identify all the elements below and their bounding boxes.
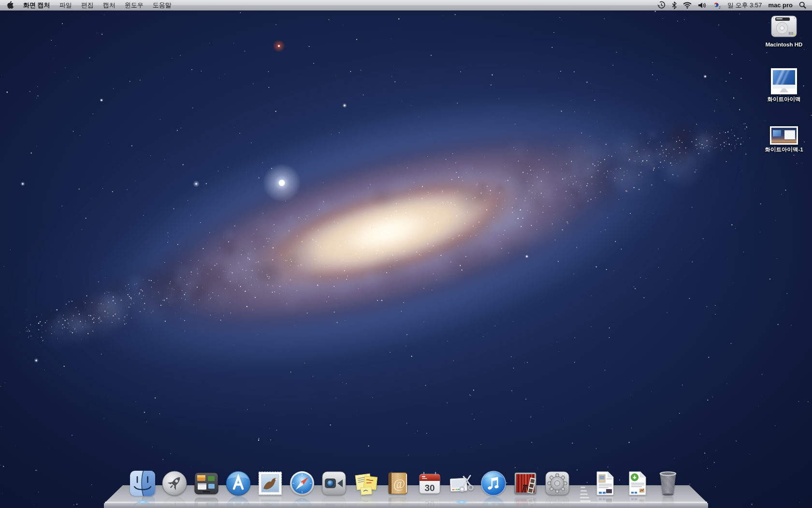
time-machine-icon[interactable] (657, 1, 666, 9)
dock-item-mission-control[interactable] (194, 471, 219, 496)
volume-icon[interactable] (698, 2, 706, 9)
facetime-icon (321, 471, 347, 496)
menu-bar: 화면 캡처 파일편집캡처윈도우도움말 2 일 오후 3:57 mac pro (0, 0, 812, 11)
dock-item-trash[interactable] (657, 471, 682, 496)
wifi-icon[interactable] (683, 2, 692, 9)
desktop-icon-label: Macintosh HD (755, 42, 812, 48)
dock-reflection (321, 496, 347, 508)
itunes-icon (481, 471, 506, 496)
finder-icon (130, 471, 155, 496)
dock-item-system-preferences[interactable] (545, 471, 570, 496)
menu-item-4[interactable]: 윈도우 (125, 1, 144, 10)
dock: @ @ 30 30 (101, 467, 711, 508)
desktop-icon-white-imac-1[interactable]: 화이트아이맥-1 (755, 126, 812, 153)
running-indicator-grab (455, 500, 468, 504)
photo-booth-icon (513, 471, 538, 496)
dock-item-grab[interactable] (449, 471, 474, 496)
svg-text:30: 30 (424, 483, 435, 493)
dock-reflection (627, 496, 652, 508)
svg-text:2: 2 (719, 6, 721, 9)
system-preferences-icon (545, 471, 570, 496)
dock-item-launchpad[interactable] (162, 471, 187, 496)
stickies-icon (353, 471, 378, 496)
dock-reflection (545, 496, 570, 508)
address-book-icon: @ (385, 471, 410, 496)
dock-item-mail[interactable] (258, 471, 283, 496)
dock-item-address-book[interactable]: @ @ (385, 471, 410, 496)
menu-item-1[interactable]: 파일 (59, 1, 72, 10)
starfield (0, 0, 812, 508)
document-2-icon (627, 471, 652, 496)
menubar-user[interactable]: mac pro (768, 1, 793, 9)
dock-reflection (162, 496, 187, 508)
dock-reflection (194, 496, 219, 508)
dock-reflection (258, 496, 283, 508)
menu-item-5[interactable]: 도움말 (153, 1, 172, 10)
svg-text:30: 30 (424, 499, 435, 508)
dock-reflection: @ (385, 496, 410, 508)
safari-icon (290, 471, 315, 496)
document-1-icon (594, 471, 620, 496)
menu-item-2[interactable]: 편집 (81, 1, 94, 10)
apple-menu-icon[interactable] (7, 1, 14, 9)
dock-item-itunes[interactable] (481, 471, 506, 496)
dock-item-safari[interactable] (290, 471, 315, 496)
desktop-icon-label: 화이트아이맥 (755, 96, 812, 103)
svg-text:@: @ (393, 477, 406, 491)
grab-icon (449, 471, 474, 496)
desktop-icon-macintosh-hd[interactable]: Macintosh HD (755, 13, 812, 48)
dock-reflection (513, 496, 538, 508)
running-indicator-finder (136, 500, 149, 504)
white-imac-1-icon (755, 126, 812, 145)
dock-item-ical[interactable]: 30 30 (417, 471, 442, 496)
dock-item-app-store[interactable] (226, 471, 251, 496)
dock-item-finder[interactable] (130, 471, 155, 496)
input-korean-icon[interactable]: 2 (712, 1, 721, 9)
svg-text:@: @ (393, 501, 406, 508)
dock-reflection (353, 496, 378, 508)
dock-reflection: 30 (417, 496, 442, 508)
bluetooth-icon[interactable] (672, 1, 677, 9)
dock-item-facetime[interactable] (321, 471, 347, 496)
dock-reflection (226, 496, 251, 508)
app-store-icon (226, 471, 251, 496)
menubar-clock[interactable]: 일 오후 3:57 (727, 1, 762, 10)
dock-reflection (290, 496, 315, 508)
dock-reflection (481, 496, 506, 508)
dock-reflection (594, 496, 620, 508)
macintosh-hd-icon (755, 13, 812, 40)
ical-icon: 30 (417, 471, 442, 496)
desktop-icon-white-imac[interactable]: 화이트아이맥 (755, 68, 812, 103)
dock-separator (576, 485, 590, 502)
mail-icon (258, 471, 283, 496)
desktop-screen: Macintosh HD 화이트아이맥 화이트아이맥-1 화면 캡처 파일편집캡… (0, 0, 812, 508)
trash-icon (657, 471, 682, 496)
mission-control-icon (194, 471, 219, 496)
dock-item-document-2[interactable] (627, 471, 652, 496)
launchpad-icon (162, 471, 187, 496)
desktop-icon-label: 화이트아이맥-1 (755, 147, 812, 153)
dock-reflection (657, 496, 682, 508)
dock-item-photo-booth[interactable] (513, 471, 538, 496)
dock-item-stickies[interactable] (353, 471, 378, 496)
menu-item-3[interactable]: 캡처 (103, 1, 116, 10)
white-imac-icon (755, 68, 812, 94)
spotlight-icon[interactable] (799, 1, 806, 9)
dock-item-document-1[interactable] (594, 471, 620, 496)
app-menu-title[interactable]: 화면 캡처 (23, 1, 50, 10)
